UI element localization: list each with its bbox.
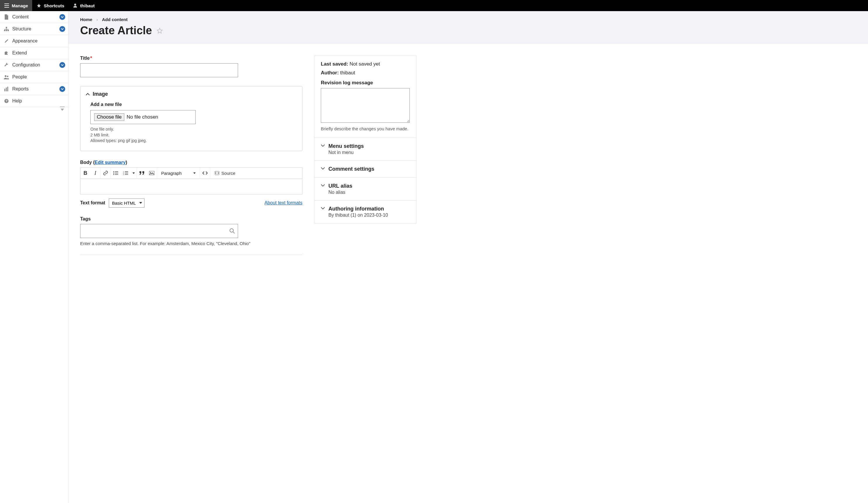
sidebar-label: Reports (12, 87, 29, 92)
bullet-list-button[interactable] (111, 168, 121, 179)
sidebar-label: Structure (12, 26, 31, 32)
sidebar-label: Extend (12, 50, 27, 56)
menu-settings-toggle[interactable]: Menu settings Not in menu (321, 143, 410, 155)
user-icon (73, 3, 78, 8)
sidebar-label: Appearance (12, 38, 38, 44)
comment-settings-toggle[interactable]: Comment settings (321, 166, 410, 172)
sidebar-label: People (12, 74, 27, 80)
authoring-info-toggle[interactable]: Authoring information By thibaut (1) on … (321, 206, 410, 218)
sidebar-item-structure[interactable]: Structure (0, 23, 68, 35)
chevron-down-icon (59, 26, 65, 32)
chevron-down-icon (59, 86, 65, 92)
svg-point-20 (230, 229, 234, 232)
sidebar-collapse-button[interactable] (58, 105, 66, 112)
svg-point-2 (6, 30, 7, 31)
sidebar-item-extend[interactable]: Extend (0, 47, 68, 59)
revision-hint: Briefly describe the changes you have ma… (321, 126, 410, 131)
help-icon: ? (3, 98, 9, 104)
puzzle-icon (3, 50, 9, 56)
file-icon (3, 14, 9, 20)
blockquote-button[interactable] (137, 168, 147, 179)
toolbar-manage[interactable]: Manage (0, 0, 32, 11)
toolbar-user-label: thibaut (80, 3, 95, 8)
edit-summary-link[interactable]: Edit summary (95, 160, 126, 165)
file-hints: One file only. 2 MB limit. Allowed types… (90, 127, 292, 144)
hamburger-icon (4, 3, 9, 8)
url-alias-toggle[interactable]: URL alias No alias (321, 183, 410, 195)
source-button[interactable]: Source (210, 168, 239, 179)
breadcrumb-home[interactable]: Home (80, 17, 92, 22)
svg-rect-6 (4, 89, 5, 91)
toolbar-shortcuts[interactable]: Shortcuts (32, 0, 69, 11)
svg-point-0 (6, 27, 7, 28)
chevron-down-icon (321, 144, 325, 147)
people-icon (3, 74, 9, 80)
breadcrumb-add-content[interactable]: Add content (102, 17, 128, 22)
author: Author: thibaut (321, 70, 410, 76)
chevron-down-icon (321, 167, 325, 170)
page-title: Create Article (80, 24, 152, 37)
admin-sidebar: Content Structure Appearance Extend Conf… (0, 11, 69, 503)
body-editor[interactable] (80, 179, 302, 194)
required-indicator: * (90, 56, 92, 61)
star-icon (36, 3, 42, 8)
sidebar-item-reports[interactable]: Reports (0, 83, 68, 95)
code-button[interactable] (200, 168, 210, 179)
chevron-down-icon (321, 207, 325, 209)
toolbar-manage-label: Manage (12, 3, 28, 8)
sidebar-item-configuration[interactable]: Configuration (0, 59, 68, 71)
list-dropdown-button[interactable] (131, 168, 137, 179)
file-status: No file chosen (127, 114, 158, 120)
heading-select[interactable]: Paragraph (157, 171, 200, 176)
revision-log-textarea[interactable] (321, 88, 410, 123)
link-button[interactable] (101, 168, 111, 179)
choose-file-button[interactable]: Choose file (94, 113, 124, 121)
svg-text:?: ? (6, 99, 8, 103)
title-label: Title* (80, 56, 302, 61)
svg-point-11 (113, 171, 114, 172)
toolbar-shortcuts-label: Shortcuts (44, 3, 64, 8)
chart-icon (3, 86, 9, 92)
sidebar-label: Configuration (12, 62, 40, 68)
svg-point-3 (8, 30, 9, 31)
admin-toolbar: Manage Shortcuts thibaut (0, 0, 868, 11)
sidebar-item-content[interactable]: Content (0, 11, 68, 23)
search-icon (229, 228, 235, 234)
chevron-down-icon (59, 62, 65, 68)
paintbrush-icon (3, 38, 9, 44)
divider (80, 255, 302, 255)
chevron-right-icon: › (96, 17, 98, 22)
about-text-formats-link[interactable]: About text formats (265, 200, 302, 205)
svg-point-12 (113, 173, 114, 174)
image-fieldset: Image Add a new file Choose file No file… (80, 86, 302, 151)
numbered-list-button[interactable]: 123 (121, 168, 131, 179)
chevron-up-icon (86, 93, 90, 95)
body-label: Body (Edit summary) (80, 160, 302, 165)
sidebar-item-appearance[interactable]: Appearance (0, 35, 68, 47)
meta-sidebar: Last saved: Not saved yet Author: thibau… (314, 56, 416, 223)
svg-text:3: 3 (123, 174, 124, 175)
favorite-star-icon[interactable] (156, 27, 163, 34)
bold-button[interactable]: B (80, 168, 90, 179)
sidebar-item-people[interactable]: People (0, 71, 68, 83)
tags-input[interactable] (80, 224, 238, 238)
svg-rect-7 (6, 88, 7, 91)
chevron-down-icon (321, 184, 325, 187)
svg-point-5 (7, 76, 9, 77)
image-button[interactable] (147, 168, 157, 179)
wrench-icon (3, 62, 9, 68)
editor-toolbar: B I 123 (80, 168, 302, 179)
title-input[interactable] (80, 63, 238, 77)
text-format-label: Text format (80, 200, 105, 205)
italic-button[interactable]: I (90, 168, 100, 179)
text-format-select[interactable]: Basic HTML (109, 199, 144, 208)
file-input-widget[interactable]: Choose file No file chosen (90, 110, 196, 124)
toolbar-user[interactable]: thibaut (69, 0, 99, 11)
image-section-label: Image (93, 91, 108, 97)
svg-point-1 (4, 30, 6, 31)
chevron-down-icon (59, 14, 65, 20)
sidebar-label: Help (12, 98, 22, 104)
structure-icon (3, 26, 9, 32)
svg-rect-8 (7, 87, 8, 91)
image-summary-toggle[interactable]: Image (80, 87, 302, 102)
